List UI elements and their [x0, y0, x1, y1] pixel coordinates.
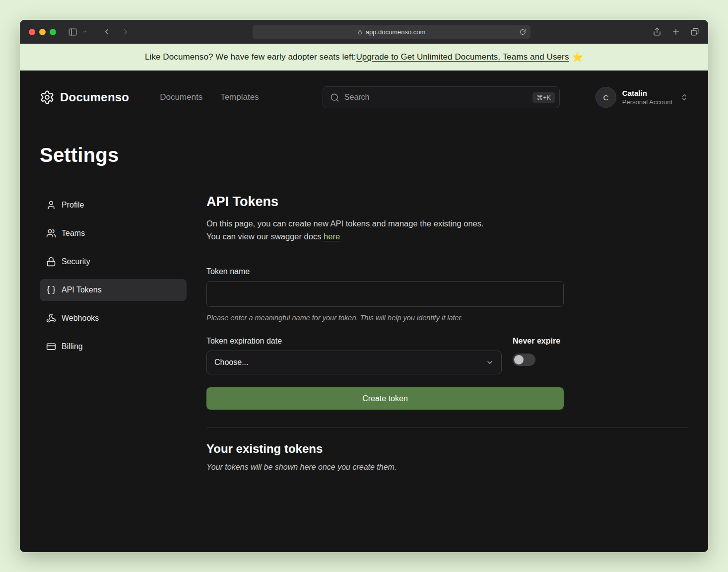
sidebar-item-teams[interactable]: Teams	[40, 222, 187, 244]
expiration-label: Token expiration date	[206, 337, 502, 346]
sidebar-item-label: Webhooks	[62, 314, 99, 323]
create-token-button[interactable]: Create token	[206, 387, 564, 410]
chevrons-up-down-icon	[680, 93, 688, 101]
tabs-overview-icon[interactable]	[690, 27, 699, 36]
documenso-logo-icon	[40, 90, 55, 105]
refresh-icon[interactable]	[520, 29, 526, 35]
toggle-knob	[514, 355, 524, 364]
sidebar-chevron-icon[interactable]	[82, 29, 87, 34]
lock-icon	[46, 257, 56, 267]
section-description: On this page, you can create new API tok…	[206, 217, 688, 243]
sidebar-item-label: Profile	[62, 201, 84, 210]
divider	[206, 254, 688, 254]
sidebar-toggle-icon[interactable]	[68, 27, 77, 37]
section-heading: API Tokens	[206, 194, 688, 210]
promo-banner: Like Documenso? We have few early adopte…	[20, 44, 708, 71]
sidebar-item-profile[interactable]: Profile	[40, 194, 187, 216]
users-icon	[46, 228, 56, 238]
search-input[interactable]: Search ⌘+K	[323, 86, 560, 108]
sidebar-item-security[interactable]: Security	[40, 251, 187, 273]
existing-tokens-section: Your existing tokens Your tokens will be…	[206, 428, 688, 472]
divider	[206, 428, 688, 428]
existing-tokens-heading: Your existing tokens	[206, 442, 688, 456]
banner-text: Like Documenso? We have few early adopte…	[145, 52, 356, 62]
swagger-docs-link[interactable]: here	[324, 232, 340, 241]
app-header: Documenso Documents Templates Search ⌘+K…	[20, 71, 708, 118]
main-nav: Documents Templates	[160, 92, 259, 102]
lock-icon	[357, 29, 363, 35]
search-icon	[330, 93, 339, 102]
user-icon	[46, 200, 56, 210]
sidebar-item-api-tokens[interactable]: API Tokens	[40, 279, 187, 301]
account-subtitle: Personal Account	[622, 98, 672, 106]
account-name: Catalin	[622, 89, 672, 97]
settings-sidebar: Profile Teams Security	[40, 194, 187, 472]
sidebar-item-billing[interactable]: Billing	[40, 336, 187, 358]
star-icon: ⭐	[572, 52, 583, 63]
browser-window: app.documenso.com Like Documenso? We hav…	[20, 20, 708, 552]
avatar: C	[596, 87, 616, 108]
minimize-window-button[interactable]	[39, 29, 46, 35]
expiration-selected-value: Choose...	[214, 358, 248, 367]
expiration-select[interactable]: Choose...	[206, 351, 502, 374]
close-window-button[interactable]	[29, 29, 35, 35]
zoom-window-button[interactable]	[50, 29, 56, 35]
brand[interactable]: Documenso	[40, 90, 129, 105]
share-icon[interactable]	[653, 27, 662, 36]
credit-card-icon	[46, 342, 56, 352]
sidebar-item-label: Security	[62, 257, 90, 266]
sidebar-item-webhooks[interactable]: Webhooks	[40, 307, 187, 329]
page-title: Settings	[40, 144, 688, 166]
upgrade-link[interactable]: Upgrade to Get Unlimited Documents, Team…	[356, 52, 569, 62]
sidebar-item-label: Teams	[62, 229, 85, 238]
webhook-icon	[46, 313, 56, 323]
account-menu[interactable]: C Catalin Personal Account	[596, 87, 688, 108]
braces-icon	[46, 285, 56, 295]
search-shortcut-badge: ⌘+K	[532, 92, 555, 103]
back-icon[interactable]	[102, 27, 111, 36]
forward-icon[interactable]	[121, 27, 130, 36]
nav-documents[interactable]: Documents	[160, 92, 202, 102]
brand-name: Documenso	[60, 90, 129, 104]
nav-templates[interactable]: Templates	[220, 92, 259, 102]
documenso-app: Documenso Documents Templates Search ⌘+K…	[20, 71, 708, 552]
token-name-label: Token name	[206, 267, 688, 276]
existing-tokens-empty-text: Your tokens will be shown here once you …	[206, 463, 688, 472]
sidebar-item-label: Billing	[62, 342, 83, 351]
new-tab-icon[interactable]	[671, 27, 680, 36]
token-name-hint: Please enter a meaningful name for your …	[206, 314, 688, 322]
never-expire-label: Never expire	[513, 337, 560, 346]
api-tokens-panel: API Tokens On this page, you can create …	[206, 194, 688, 472]
url-text: app.documenso.com	[366, 28, 426, 36]
search-placeholder: Search	[344, 93, 528, 102]
window-controls	[29, 29, 56, 35]
browser-toolbar: app.documenso.com	[20, 20, 708, 44]
chevron-down-icon	[486, 358, 494, 366]
never-expire-toggle[interactable]	[513, 354, 535, 366]
token-name-input[interactable]	[206, 281, 564, 307]
address-bar[interactable]: app.documenso.com	[253, 25, 530, 39]
sidebar-item-label: API Tokens	[62, 286, 102, 294]
